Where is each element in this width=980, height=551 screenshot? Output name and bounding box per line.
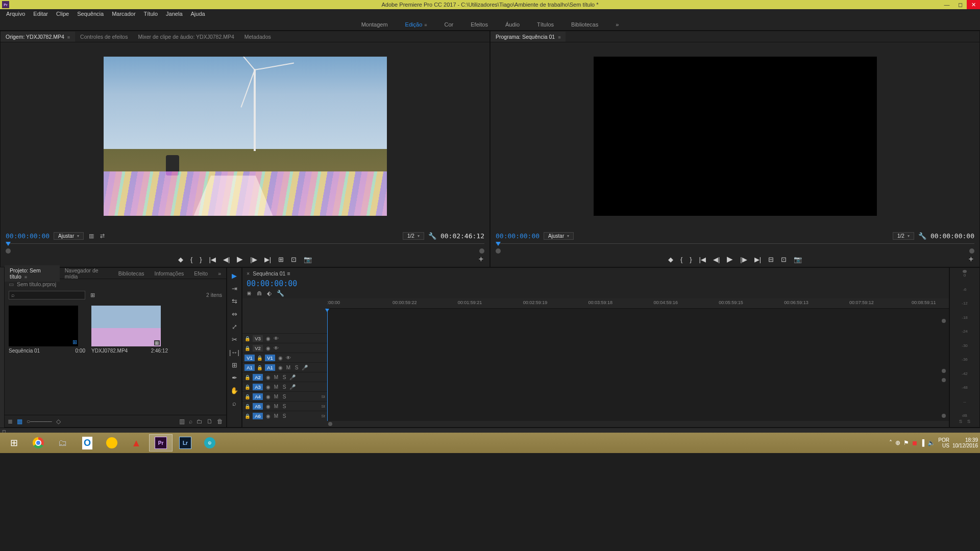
- track-target[interactable]: V3: [253, 335, 263, 342]
- menu-edit[interactable]: Editar: [29, 10, 52, 18]
- add-marker-button[interactable]: ⬖: [267, 290, 272, 297]
- program-current-timecode[interactable]: 00:00:00:00: [496, 232, 540, 240]
- close-sequence-button[interactable]: ×: [247, 270, 250, 277]
- workspace-overflow-button[interactable]: »: [616, 21, 619, 28]
- program-video-frame[interactable]: [594, 57, 877, 216]
- menu-clip[interactable]: Clipe: [52, 10, 73, 18]
- tray-up-icon[interactable]: ˄: [889, 439, 892, 446]
- source-zoom-dropdown[interactable]: 1/2▾: [403, 232, 424, 240]
- project-search-input[interactable]: ⌕: [9, 291, 85, 299]
- delete-button[interactable]: 🗑: [217, 418, 223, 425]
- track-target[interactable]: A2: [253, 374, 263, 381]
- go-to-in-button[interactable]: |◀: [699, 256, 706, 263]
- tray-icon[interactable]: ⊕: [895, 439, 900, 446]
- sync-lock-icon[interactable]: 👁: [273, 345, 279, 351]
- source-fit-dropdown[interactable]: Ajustar▾: [54, 232, 84, 240]
- effects-tab[interactable]: Efeito: [189, 268, 213, 279]
- workspace-color[interactable]: Cor: [445, 21, 454, 28]
- effect-controls-tab[interactable]: Controles de efeitos: [75, 32, 133, 42]
- sync-lock-icon[interactable]: 👁: [273, 336, 279, 341]
- project-item-sequence[interactable]: ⊞ Sequência 010:00: [9, 306, 85, 410]
- step-back-button[interactable]: ◀|: [713, 256, 720, 263]
- tray-volume-icon[interactable]: 🔈: [927, 439, 935, 446]
- track-target[interactable]: A4: [253, 393, 263, 400]
- track-target[interactable]: A6: [253, 413, 263, 419]
- panel-menu-icon[interactable]: ≡: [285, 270, 290, 277]
- source-scrub-bar[interactable]: [6, 243, 484, 249]
- step-back-button[interactable]: ◀|: [223, 256, 230, 263]
- window-maximize-button[interactable]: ◻: [953, 0, 967, 9]
- button-editor-button[interactable]: +: [969, 255, 973, 264]
- program-settings-button[interactable]: 🔧: [918, 232, 926, 240]
- play-button[interactable]: ▶: [727, 255, 733, 264]
- track-header-v2[interactable]: 🔒V2◉👁: [242, 343, 327, 353]
- solo-left-button[interactable]: S: [959, 419, 962, 424]
- step-forward-button[interactable]: |▶: [250, 256, 257, 263]
- sequence-tab[interactable]: Sequência 01 ≡: [253, 270, 290, 277]
- find-button[interactable]: ⌕: [189, 418, 192, 425]
- timeline-settings-button[interactable]: 🔧: [277, 290, 284, 297]
- solo-right-button[interactable]: S: [967, 419, 970, 424]
- toggle-output-icon[interactable]: ◉: [277, 355, 283, 361]
- play-button[interactable]: ▶: [237, 255, 243, 264]
- program-zoom-dropdown[interactable]: 1/2▾: [893, 232, 914, 240]
- list-view-button[interactable]: ≣: [8, 418, 13, 425]
- taskbar-app-red[interactable]: ▲: [125, 434, 148, 452]
- lock-icon[interactable]: 🔒: [244, 413, 251, 419]
- tray-icon[interactable]: ◼: [912, 439, 917, 446]
- slide-tool[interactable]: ⊞: [229, 361, 239, 369]
- voice-over-icon[interactable]: 🎤: [289, 384, 296, 390]
- export-frame-button[interactable]: 📷: [304, 256, 312, 263]
- program-scrub-bar[interactable]: [496, 243, 974, 249]
- workspace-assembly[interactable]: Montagem: [361, 21, 388, 28]
- taskbar-lightroom[interactable]: Lr: [174, 434, 197, 452]
- menu-help[interactable]: Ajuda: [187, 10, 209, 18]
- insert-button[interactable]: ⊞: [278, 256, 284, 263]
- timeline-zoom-dot[interactable]: [942, 369, 946, 373]
- track-target[interactable]: A3: [253, 384, 263, 390]
- lock-icon[interactable]: 🔒: [244, 404, 251, 409]
- info-tab[interactable]: Informações: [150, 268, 189, 279]
- export-frame-button[interactable]: 📷: [794, 256, 802, 263]
- track-header-a1[interactable]: A1🔒A1◉MS🎤: [242, 362, 327, 372]
- track-header-a4[interactable]: 🔒A4◉MSSt: [242, 391, 327, 401]
- lock-icon[interactable]: 🔒: [244, 374, 251, 380]
- program-fit-dropdown[interactable]: Ajustar▾: [544, 232, 574, 240]
- lock-icon[interactable]: 🔒: [257, 365, 263, 370]
- extract-button[interactable]: ⊡: [781, 256, 787, 263]
- taskbar-chrome[interactable]: [27, 434, 50, 452]
- source-resolution-icon-2[interactable]: ⇄: [99, 233, 106, 239]
- track-header-v3[interactable]: 🔒V3◉👁: [242, 333, 327, 343]
- track-header-a2[interactable]: 🔒A2◉MS🎤: [242, 372, 327, 382]
- libraries-tab[interactable]: Bibliotecas: [113, 268, 150, 279]
- workspace-editing[interactable]: Edição≡: [405, 21, 427, 28]
- track-select-tool[interactable]: ⇥: [229, 285, 239, 292]
- new-item-button[interactable]: 🗋: [207, 418, 213, 425]
- project-bin-area[interactable]: ⊞ Sequência 010:00 ▦ YDXJ0782.MP42:46:12: [5, 300, 226, 415]
- track-target[interactable]: V2: [253, 345, 263, 352]
- toggle-output-icon[interactable]: ◉: [265, 345, 271, 351]
- pen-tool[interactable]: ✒: [229, 374, 239, 382]
- rolling-edit-tool[interactable]: ⇔: [229, 310, 239, 318]
- rate-stretch-tool[interactable]: ⤢: [229, 323, 239, 331]
- timeline-horizontal-scroll[interactable]: [327, 421, 949, 427]
- step-forward-button[interactable]: |▶: [740, 256, 747, 263]
- taskbar-premiere[interactable]: Pr: [149, 434, 173, 452]
- start-button[interactable]: ⊞: [2, 434, 26, 452]
- scroll-handle[interactable]: [328, 422, 332, 426]
- zoom-tool[interactable]: ⌕: [229, 399, 239, 407]
- go-to-out-button[interactable]: ▶|: [754, 256, 761, 263]
- track-header-a3[interactable]: 🔒A3◉MS🎤: [242, 382, 327, 391]
- sync-lock-icon[interactable]: 👁: [285, 355, 291, 361]
- track-target[interactable]: V1: [265, 355, 275, 361]
- program-playhead[interactable]: [496, 242, 501, 246]
- source-playhead[interactable]: [6, 242, 11, 246]
- lift-button[interactable]: ⊟: [768, 256, 774, 263]
- workspace-libraries[interactable]: Bibliotecas: [571, 21, 598, 28]
- mark-in-button[interactable]: {: [190, 256, 192, 263]
- window-minimize-button[interactable]: —: [940, 0, 953, 9]
- voice-over-icon[interactable]: 🎤: [302, 365, 308, 370]
- add-marker-button[interactable]: ◆: [178, 256, 183, 263]
- timeline-ruler[interactable]: :00:00 00:00:59:22 00:01:59:21 00:02:59:…: [327, 298, 949, 309]
- timeline-playhead[interactable]: [327, 309, 328, 421]
